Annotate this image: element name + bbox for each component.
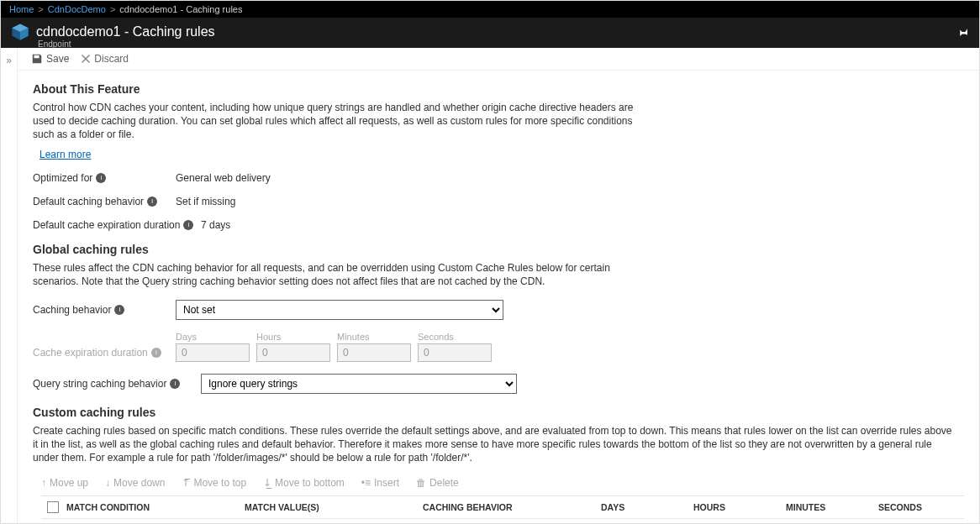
endpoint-icon — [11, 23, 29, 41]
custom-description: Create caching rules based on specific m… — [33, 424, 957, 465]
col-match-values: MATCH VALUE(S) — [245, 502, 421, 512]
insert-icon: •≡ — [361, 477, 371, 489]
query-string-select[interactable]: Ignore query strings — [201, 374, 517, 394]
default-expiry-label: Default cache expiration duration i — [33, 219, 201, 231]
insert-button[interactable]: •≡Insert — [361, 477, 399, 489]
col-caching-behavior: CACHING BEHAVIOR — [423, 502, 599, 512]
duration-group: Days Hours Minutes Seconds — [176, 332, 492, 362]
global-heading: Global caching rules — [33, 243, 964, 256]
move-up-button[interactable]: ↑Move up — [41, 477, 88, 489]
caching-behavior-label: Caching behavior i — [33, 304, 176, 316]
rules-toolbar: ↑Move up ↓Move down ↑̅Move to top ↓̲Move… — [18, 465, 979, 495]
days-input — [176, 343, 250, 362]
col-hours: HOURS — [693, 502, 784, 512]
arrow-down-icon: ↓ — [105, 477, 110, 489]
days-label: Days — [176, 332, 250, 342]
default-behavior-label: Default caching behavior i — [33, 196, 176, 207]
custom-heading: Custom caching rules — [33, 406, 964, 419]
table-row — [41, 519, 964, 525]
col-days: DAYS — [601, 502, 692, 512]
breadcrumb-home[interactable]: Home — [9, 4, 34, 14]
about-heading: About This Feature — [33, 82, 964, 96]
arrow-bottom-icon: ↓̲ — [263, 477, 271, 489]
blade-header: cdndocdemo1 - Caching rules Endpoint — [1, 18, 979, 48]
breadcrumb-sep: > — [110, 4, 115, 14]
default-expiry-text: Default cache expiration duration — [33, 219, 180, 231]
default-expiry-value: 7 days — [201, 219, 230, 231]
cache-expiry-label: Cache expiration duration i — [33, 347, 176, 362]
delete-button[interactable]: 🗑Delete — [416, 477, 459, 489]
breadcrumb-sep: > — [38, 4, 43, 14]
col-minutes: MINUTES — [786, 502, 877, 512]
info-icon[interactable]: i — [151, 348, 161, 358]
expand-sidebar-button[interactable]: » — [1, 48, 18, 524]
optimized-for-value: General web delivery — [176, 172, 271, 184]
about-description: Control how CDN caches your content, inc… — [33, 101, 638, 142]
seconds-input — [418, 343, 492, 362]
custom-rules-section: Custom caching rules Create caching rule… — [18, 394, 979, 465]
breadcrumb: Home > CdnDocDemo > cdndocdemo1 - Cachin… — [1, 1, 979, 18]
rules-table: MATCH CONDITION MATCH VALUE(S) CACHING B… — [18, 495, 979, 525]
caching-behavior-select[interactable]: Not set — [176, 300, 503, 320]
info-icon[interactable]: i — [170, 379, 180, 389]
move-down-button[interactable]: ↓Move down — [105, 477, 165, 489]
breadcrumb-level1[interactable]: CdnDocDemo — [48, 4, 106, 14]
arrow-top-icon: ↑̅ — [182, 477, 190, 489]
arrow-up-icon: ↑ — [41, 477, 46, 489]
select-all-checkbox[interactable] — [47, 501, 59, 513]
query-string-label: Query string caching behavior i — [33, 378, 201, 390]
move-bottom-button[interactable]: ↓̲Move to bottom — [263, 477, 345, 489]
info-icon[interactable]: i — [96, 173, 106, 183]
col-match-condition: MATCH CONDITION — [66, 502, 243, 512]
command-bar: Save Discard — [18, 48, 979, 71]
discard-label: Discard — [94, 53, 129, 65]
cache-expiry-text: Cache expiration duration — [33, 347, 148, 359]
discard-button[interactable]: Discard — [81, 53, 129, 65]
query-string-text: Query string caching behavior — [33, 378, 166, 390]
breadcrumb-level2: cdndocdemo1 - Caching rules — [119, 4, 242, 14]
default-behavior-text: Default caching behavior — [33, 196, 144, 207]
save-label: Save — [46, 53, 69, 65]
info-icon[interactable]: i — [147, 196, 157, 207]
minutes-label: Minutes — [337, 332, 411, 342]
optimized-for-label: Optimized for i — [33, 172, 176, 184]
chevron-right-icon: » — [6, 55, 12, 66]
move-top-button[interactable]: ↑̅Move to top — [182, 477, 246, 489]
col-seconds: SECONDS — [878, 502, 969, 512]
default-behavior-value: Set if missing — [176, 196, 235, 207]
global-description: These rules affect the CDN caching behav… — [33, 261, 638, 288]
page-title: cdndocdemo1 - Caching rules — [36, 24, 215, 39]
about-section: About This Feature Control how CDN cache… — [18, 71, 979, 231]
minutes-input — [337, 343, 411, 362]
pin-icon[interactable] — [957, 26, 969, 40]
save-button[interactable]: Save — [31, 53, 69, 65]
hours-label: Hours — [256, 332, 330, 342]
optimized-for-text: Optimized for — [33, 172, 92, 184]
seconds-label: Seconds — [418, 332, 492, 342]
learn-more-link[interactable]: Learn more — [40, 149, 91, 160]
rules-header: MATCH CONDITION MATCH VALUE(S) CACHING B… — [41, 495, 964, 519]
caching-behavior-text: Caching behavior — [33, 304, 111, 316]
hours-input — [256, 343, 330, 362]
info-icon[interactable]: i — [183, 220, 193, 230]
info-icon[interactable]: i — [114, 305, 124, 315]
trash-icon: 🗑 — [416, 477, 426, 489]
global-rules-section: Global caching rules These rules affect … — [18, 231, 979, 394]
page-subtitle: Endpoint — [38, 39, 71, 49]
